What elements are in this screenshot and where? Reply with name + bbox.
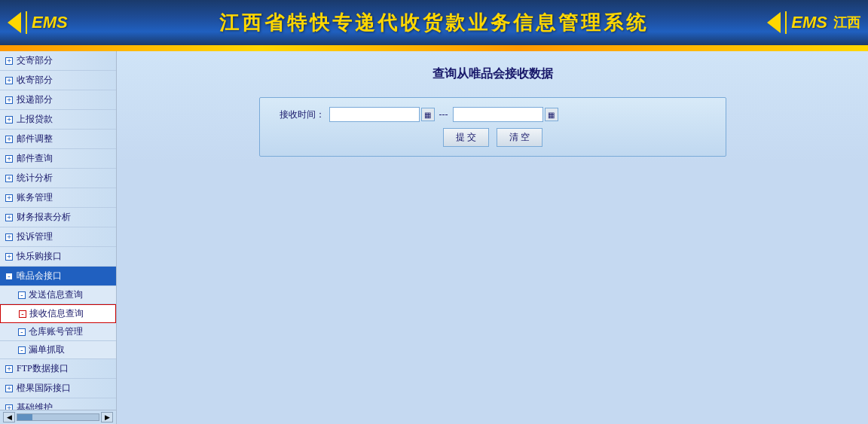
minus-icon: - (5, 272, 14, 281)
plus-icon: + (5, 115, 14, 124)
sidebar-sub-item-loudan[interactable]: - 漏单抓取 (0, 341, 116, 359)
plus-icon: + (5, 174, 14, 183)
sidebar-label-zhangwu: 账务管理 (17, 191, 53, 204)
plus-icon: + (5, 76, 14, 85)
sidebar-sub-label-jieshou: 接收信息查询 (29, 307, 84, 320)
plus-icon-ftp: + (5, 365, 14, 374)
sidebar-label-youjiandiaozi: 邮件调整 (17, 133, 53, 145)
sidebar-scroll-left[interactable]: ◀ (3, 412, 15, 422)
sidebar-label-caiwu: 财务报表分析 (17, 211, 71, 224)
sidebar-item-youjiandiaozi[interactable]: + 邮件调整 (0, 130, 116, 149)
sidebar-scrollbar: ◀ ▶ (0, 410, 116, 424)
calendar-start-button[interactable]: ▦ (421, 108, 435, 121)
sidebar-item-zhangwu[interactable]: + 账务管理 (0, 188, 116, 208)
submit-button[interactable]: 提 交 (443, 128, 489, 147)
header-wave (0, 45, 868, 51)
form-separator: --- (439, 109, 448, 120)
sidebar-scroll-right[interactable]: ▶ (101, 412, 113, 422)
logo-left: EMS (8, 11, 68, 34)
plus-icon: + (5, 194, 14, 203)
minus-sub-icon-jieshou: - (19, 310, 26, 318)
sidebar-scroll-thumb (17, 414, 32, 420)
ems-logo-text-right: EMS (791, 13, 827, 32)
calendar-end-button[interactable]: ▦ (545, 108, 558, 121)
sidebar-label-kuaile: 快乐购接口 (17, 250, 62, 263)
ems-divider-right (785, 11, 787, 34)
form-buttons-row: 提 交 清 空 (272, 128, 714, 147)
header-title: 江西省特快专递代收货款业务信息管理系统 (219, 10, 649, 36)
main-layout: + 交寄部分 + 收寄部分 + 投递部分 + 上报贷款 + 邮 (0, 51, 868, 424)
sidebar-item-weipin[interactable]: - 唯品会接口 (0, 267, 116, 286)
plus-icon-pingguo: + (5, 384, 14, 393)
plus-icon: + (5, 252, 14, 261)
sidebar-item-tongji[interactable]: + 统计分析 (0, 169, 116, 188)
sidebar-label-jiaoji: 交寄部分 (17, 54, 53, 67)
sidebar-sub-item-jieshou[interactable]: - 接收信息查询 (0, 304, 116, 323)
sidebar-label-youjianchaxun: 邮件查询 (17, 152, 53, 165)
sidebar-scroll-track (17, 413, 99, 421)
sidebar-item-jiaoji[interactable]: + 交寄部分 (0, 51, 116, 71)
clear-button[interactable]: 清 空 (497, 128, 542, 147)
content-area: 查询从唯品会接收数据 接收时间： ▦ --- ▦ 提 交 清 空 (117, 51, 868, 424)
header: EMS 江西省特快专递代收货款业务信息管理系统 EMS 江西 (0, 0, 868, 45)
sidebar-sub-label-loudan: 漏单抓取 (29, 343, 65, 356)
sidebar-sub-label-fasong: 发送信息查询 (29, 288, 83, 301)
sidebar-label-tongji: 统计分析 (17, 172, 53, 185)
plus-icon: + (5, 213, 14, 222)
sidebar-item-shangbao[interactable]: + 上报贷款 (0, 110, 116, 130)
sidebar-item-caiwu[interactable]: + 财务报表分析 (0, 208, 116, 227)
plus-icon: + (5, 135, 14, 144)
sidebar-label-tousong: 投递部分 (17, 93, 53, 106)
receive-time-label: 接收时间： (272, 108, 325, 121)
form-panel: 接收时间： ▦ --- ▦ 提 交 清 空 (259, 97, 726, 157)
receive-time-end-input[interactable] (453, 107, 543, 122)
sidebar-item-pingguo[interactable]: + 橙果国际接口 (0, 379, 116, 398)
minus-sub-icon-loudan: - (18, 346, 26, 354)
ems-divider (26, 11, 27, 34)
sidebar-label-weipin: 唯品会接口 (17, 270, 62, 282)
sidebar-label-pingguo: 橙果国际接口 (17, 382, 71, 395)
receive-time-start-input[interactable] (329, 107, 420, 122)
ems-logo-text-left: EMS (32, 13, 68, 32)
sidebar-item-tousong[interactable]: + 投递部分 (0, 90, 116, 110)
sidebar-label-ftp: FTP数据接口 (17, 362, 69, 375)
logo-right: EMS 江西 (767, 11, 860, 34)
page-title: 查询从唯品会接收数据 (132, 66, 853, 82)
sidebar: + 交寄部分 + 收寄部分 + 投递部分 + 上报贷款 + 邮 (0, 51, 117, 424)
sidebar-scroll-controls: ◀ ▶ (0, 410, 116, 424)
plus-icon: + (5, 154, 14, 163)
plus-icon: + (5, 96, 14, 105)
sidebar-item-youjianchaxun[interactable]: + 邮件查询 (0, 149, 116, 169)
plus-icon: + (5, 56, 14, 66)
receive-time-row: 接收时间： ▦ --- ▦ (272, 107, 714, 122)
sidebar-item-ftp[interactable]: + FTP数据接口 (0, 359, 116, 379)
ems-arrow-icon-right (767, 12, 781, 33)
ems-logo-left: EMS (8, 11, 68, 34)
sidebar-item-shouji[interactable]: + 收寄部分 (0, 71, 116, 90)
ems-arrow-icon (8, 12, 21, 33)
sidebar-sub-item-fasong[interactable]: - 发送信息查询 (0, 286, 116, 304)
calendar-end-icon: ▦ (548, 111, 555, 119)
plus-icon: + (5, 233, 14, 242)
sidebar-item-kuaile[interactable]: + 快乐购接口 (0, 247, 116, 267)
sidebar-label-shangbao: 上报贷款 (17, 113, 53, 126)
sidebar-sub-item-cangku[interactable]: - 仓库账号管理 (0, 323, 116, 341)
sidebar-label-shouji: 收寄部分 (17, 74, 53, 87)
ems-logo-right: EMS (767, 11, 827, 34)
sidebar-sub-label-cangku: 仓库账号管理 (29, 325, 83, 338)
minus-sub-icon-cangku: - (18, 328, 26, 336)
header-right-label: 江西 (833, 14, 860, 32)
minus-sub-icon-fasong: - (18, 291, 26, 299)
sidebar-label-tousu: 投诉管理 (17, 230, 53, 243)
calendar-start-icon: ▦ (424, 111, 431, 119)
sidebar-item-tousu[interactable]: + 投诉管理 (0, 227, 116, 247)
